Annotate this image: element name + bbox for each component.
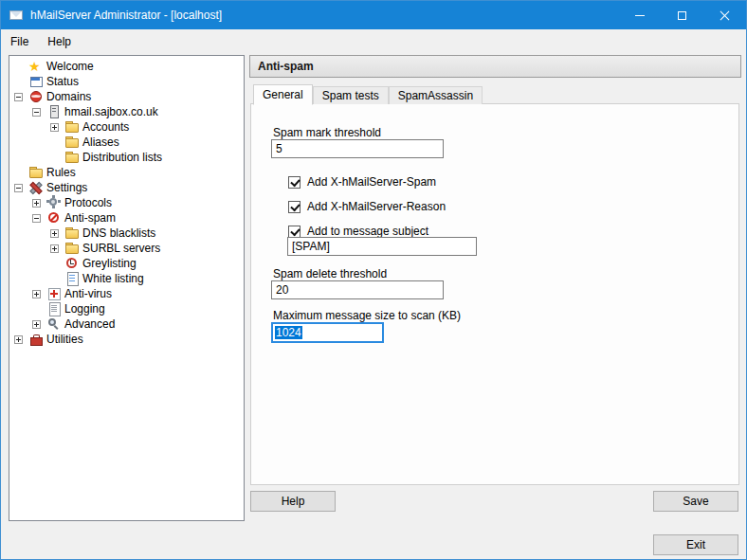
server-icon: [46, 104, 62, 119]
sidebar-item-anti-spam[interactable]: Anti-spam: [9, 210, 244, 226]
tab-spamassassin[interactable]: SpamAssassin: [389, 86, 483, 104]
sidebar-item-label: Logging: [64, 302, 105, 316]
checkbox-checked-icon[interactable]: [288, 226, 301, 238]
no-entry-icon: [46, 210, 62, 226]
sidebar-item-label: Domains: [46, 90, 91, 103]
first-aid-icon: [46, 286, 62, 301]
magnifier-icon: [46, 316, 62, 332]
close-icon: [720, 10, 730, 21]
close-button[interactable]: [703, 1, 746, 29]
sidebar-item-label: Status: [46, 75, 79, 88]
folder-icon: [64, 119, 80, 135]
sidebar-item-label: Aliases: [82, 135, 119, 149]
tree-expander-collapse[interactable]: [14, 184, 23, 192]
folder-icon: [64, 241, 80, 256]
checkbox-label: Add X-hMailServer-Spam: [307, 175, 436, 189]
maximize-button[interactable]: [661, 1, 703, 29]
sidebar-item-label: Greylisting: [82, 257, 137, 270]
sidebar-item-greylisting[interactable]: Greylisting: [9, 256, 244, 271]
sidebar-item-distribution-lists[interactable]: Distribution lists: [9, 150, 244, 165]
sidebar-item-white-listing[interactable]: White listing: [9, 271, 244, 286]
sidebar-item-label: hmail.sajbox.co.uk: [64, 105, 158, 118]
menu-help[interactable]: Help: [38, 31, 81, 52]
tree-expander-collapse[interactable]: [32, 108, 41, 117]
maximize-icon: [678, 11, 686, 20]
gear-icon: [46, 195, 62, 210]
sidebar-item-label: Utilities: [46, 333, 83, 346]
tools-icon: [28, 180, 44, 195]
sidebar-item-label: Protocols: [64, 196, 112, 209]
sidebar-item-rules[interactable]: Rules: [9, 165, 244, 180]
sidebar-item-anti-virus[interactable]: Anti-virus: [9, 286, 244, 301]
sidebar-item-advanced[interactable]: Advanced: [9, 316, 244, 332]
menu-file[interactable]: File: [1, 31, 38, 52]
sidebar-item-aliases[interactable]: Aliases: [9, 135, 244, 150]
document-icon: [46, 301, 62, 316]
tree-expander-collapse[interactable]: [14, 93, 23, 101]
status-icon: [28, 74, 44, 89]
folder-icon: [64, 150, 80, 165]
tab-spam-tests[interactable]: Spam tests: [313, 86, 389, 104]
menubar: File Help: [1, 29, 746, 54]
tree-expander-expand[interactable]: [32, 290, 41, 298]
sidebar-item-label: Distribution lists: [82, 151, 162, 164]
page-title: Anti-spam: [258, 60, 314, 73]
folder-icon: [64, 135, 80, 150]
list-icon: [64, 271, 80, 286]
tree-expander-expand[interactable]: [32, 199, 41, 208]
sidebar-item-label: SURBL servers: [82, 242, 160, 255]
checkbox-label: Add to message subject: [307, 225, 428, 238]
help-button[interactable]: Help: [250, 491, 336, 512]
checkbox-add-x-hmailserver-reason[interactable]: Add X-hMailServer-Reason: [288, 199, 446, 214]
spam-delete-threshold-label: Spam delete threshold: [273, 267, 387, 280]
sidebar-item-dns-blacklists[interactable]: DNS blacklists: [9, 226, 244, 241]
sidebar-tree: Welcome Status Domains hmail.sajbox.co.u…: [9, 55, 245, 521]
caption-buttons: [618, 1, 746, 29]
star-icon: [28, 59, 44, 74]
clock-icon: [64, 256, 80, 271]
minimize-icon: [635, 15, 645, 16]
sidebar-item-logging[interactable]: Logging: [9, 301, 244, 316]
sidebar-item-surbl-servers[interactable]: SURBL servers: [9, 241, 244, 256]
exit-button[interactable]: Exit: [653, 534, 738, 555]
toolbox-icon: [28, 332, 44, 347]
tree-expander-expand[interactable]: [50, 244, 59, 253]
tab-general[interactable]: General: [253, 84, 313, 105]
sidebar-item-utilities[interactable]: Utilities: [9, 332, 244, 347]
tree-expander-expand[interactable]: [32, 320, 41, 329]
selected-text: 1024: [275, 326, 302, 339]
tree-expander-expand[interactable]: [50, 123, 59, 132]
tree-expander-expand[interactable]: [50, 229, 59, 238]
sidebar-item-label: Anti-spam: [64, 211, 116, 225]
spam-mark-threshold-input[interactable]: [271, 139, 444, 158]
save-button[interactable]: Save: [653, 491, 738, 512]
checkbox-checked-icon[interactable]: [288, 176, 301, 189]
tree-expander-collapse[interactable]: [32, 214, 41, 223]
tree-expander-expand[interactable]: [14, 335, 23, 344]
sidebar-item-label: Welcome: [46, 60, 94, 73]
tab-strip: General Spam tests SpamAssassin: [253, 83, 483, 104]
sidebar-item-domains[interactable]: Domains: [9, 89, 244, 104]
minimize-button[interactable]: [618, 1, 661, 29]
sidebar-item-label: Settings: [46, 181, 87, 194]
titlebar: hMailServer Administrator - [localhost]: [1, 1, 746, 29]
sidebar-item-welcome[interactable]: Welcome: [9, 59, 244, 74]
spam-delete-threshold-input[interactable]: [271, 280, 444, 299]
window-title: hMailServer Administrator - [localhost]: [30, 9, 222, 22]
sidebar-item-hmail-sajbox-co-uk[interactable]: hmail.sajbox.co.uk: [9, 104, 244, 119]
subject-text-input[interactable]: [287, 237, 477, 256]
sidebar-item-status[interactable]: Status: [9, 74, 244, 89]
globe-icon: [28, 89, 44, 104]
sidebar-item-label: White listing: [82, 272, 144, 285]
max-scan-size-input[interactable]: 1024: [271, 322, 384, 343]
sidebar-item-protocols[interactable]: Protocols: [9, 195, 244, 210]
checkbox-add-x-hmailserver-spam[interactable]: Add X-hMailServer-Spam: [288, 174, 436, 190]
sidebar-item-label: Anti-virus: [64, 287, 112, 300]
checkbox-checked-icon[interactable]: [288, 201, 301, 213]
folder-icon: [28, 165, 44, 180]
sidebar-item-label: DNS blacklists: [82, 226, 155, 240]
sidebar-item-settings[interactable]: Settings: [9, 180, 244, 195]
tab-content-panel: Spam mark threshold Add X-hMailServer-Sp…: [250, 103, 739, 485]
sidebar-item-label: Accounts: [82, 120, 129, 134]
sidebar-item-accounts[interactable]: Accounts: [9, 119, 244, 135]
